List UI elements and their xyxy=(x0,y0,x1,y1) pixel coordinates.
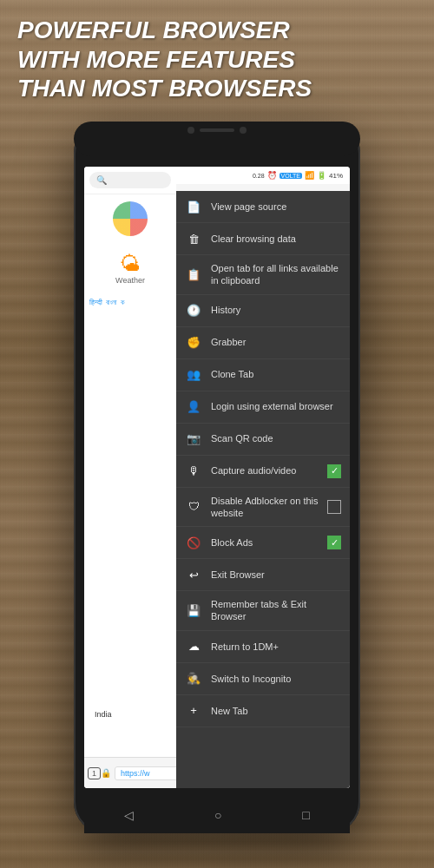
weather-label: Weather xyxy=(115,276,145,285)
phone-top-bar xyxy=(74,122,360,139)
other-link[interactable]: ক xyxy=(121,299,125,307)
data-speed-icon: 0.28 xyxy=(253,173,265,179)
android-home-btn[interactable]: ○ xyxy=(214,808,221,822)
battery-icon: 🔋 xyxy=(317,171,326,180)
menu-icon-exit-browser: ↩ xyxy=(185,566,202,583)
menu-item-grabber[interactable]: ✊Grabber xyxy=(176,327,350,359)
bangla-link[interactable]: বাংলা xyxy=(106,299,117,307)
tab-count-badge[interactable]: 1 xyxy=(88,767,101,779)
phone-screen: 8:56 0.28 ⏰ VOLTE 📶 🔋 41% ☰ ALL IMAG 🔍 xyxy=(84,167,350,788)
menu-checkbox-disable-adblocker[interactable] xyxy=(327,500,341,514)
menu-icon-remember-tabs: 💾 xyxy=(185,602,202,619)
menu-label-disable-adblocker: Disable Adblocker on this website xyxy=(211,495,319,520)
menu-label-switch-incognito: Switch to Incognito xyxy=(211,673,341,685)
alarm-icon: ⏰ xyxy=(267,171,277,180)
menu-icon-return-1dm: ☁ xyxy=(185,638,202,655)
search-icon: 🔍 xyxy=(96,175,107,185)
menu-label-clone-tab: Clone Tab xyxy=(211,368,341,380)
menu-icon-clipboard-tabs: 📋 xyxy=(185,266,202,283)
menu-item-clear-data[interactable]: 🗑Clear browsing data xyxy=(176,223,350,255)
menu-item-clone-tab[interactable]: 👥Clone Tab xyxy=(176,359,350,391)
menu-item-disable-adblocker[interactable]: 🛡Disable Adblocker on this website xyxy=(176,488,350,528)
menu-label-external-browser: Login using external browser xyxy=(211,400,341,412)
url-text: https://w xyxy=(121,769,150,778)
menu-label-exit-browser: Exit Browser xyxy=(211,569,341,581)
menu-icon-capture-audio: 🎙 xyxy=(185,463,202,480)
google-logo xyxy=(113,201,148,236)
menu-item-new-tab[interactable]: +New Tab xyxy=(176,695,350,727)
menu-icon-disable-adblocker: 🛡 xyxy=(185,498,202,516)
menu-icon-clone-tab: 👥 xyxy=(185,366,202,384)
menu-icon-clear-data: 🗑 xyxy=(185,230,202,247)
menu-icon-grabber: ✊ xyxy=(185,334,202,352)
phone-camera xyxy=(187,127,194,134)
menu-checkbox-block-ads[interactable]: ✓ xyxy=(327,536,341,549)
menu-label-capture-audio: Capture audio/video xyxy=(211,464,319,477)
menu-label-clipboard-tabs: Open tab for all links available in clip… xyxy=(211,262,341,287)
menu-item-remember-tabs[interactable]: 💾Remember tabs & Exit Browser xyxy=(176,591,350,631)
menu-label-view-source: View page source xyxy=(211,201,341,213)
phone-frame: 8:56 0.28 ⏰ VOLTE 📶 🔋 41% ☰ ALL IMAG 🔍 xyxy=(74,122,360,833)
volte-badge: VOLTE xyxy=(279,173,302,179)
menu-item-return-1dm[interactable]: ☁Return to 1DM+ xyxy=(176,631,350,663)
wifi-icon: 📶 xyxy=(305,171,314,180)
menu-label-return-1dm: Return to 1DM+ xyxy=(211,641,341,653)
menu-label-block-ads: Block Ads xyxy=(211,536,319,549)
phone-bottom xyxy=(74,139,360,156)
menu-item-view-source[interactable]: 📄View page source xyxy=(176,191,350,223)
weather-widget: 🌤 Weather xyxy=(84,243,176,293)
lock-icon: 🔒 xyxy=(101,768,111,778)
menu-label-remember-tabs: Remember tabs & Exit Browser xyxy=(211,598,341,623)
hero-section: Powerful Browser with more features than… xyxy=(17,16,417,103)
menu-item-block-ads[interactable]: 🚫Block Ads✓ xyxy=(176,527,350,559)
android-back-btn[interactable]: ◁ xyxy=(124,808,134,822)
menu-icon-block-ads: 🚫 xyxy=(185,534,202,551)
phone-speaker xyxy=(200,128,234,132)
menu-icon-new-tab: + xyxy=(185,702,202,720)
menu-item-capture-audio[interactable]: 🎙Capture audio/video✓ xyxy=(176,456,350,488)
language-links: हिन्दी বাংলা ক xyxy=(84,293,176,312)
menu-label-clear-data: Clear browsing data xyxy=(211,233,341,245)
menu-icon-switch-incognito: 🕵 xyxy=(185,670,202,687)
search-area: 🔍 xyxy=(84,167,176,194)
menu-icon-view-source: 📄 xyxy=(185,198,202,215)
context-menu: 📄View page source🗑Clear browsing data📋Op… xyxy=(176,191,350,788)
menu-item-exit-browser[interactable]: ↩Exit Browser xyxy=(176,559,350,591)
menu-label-history: History xyxy=(211,304,341,316)
browser-left-panel: 🔍 🌤 Weather हिन्दी বাংলা ক xyxy=(84,167,176,788)
menu-icon-scan-qr: 📷 xyxy=(185,431,202,448)
weather-icon: 🌤 xyxy=(120,252,141,276)
search-box[interactable]: 🔍 xyxy=(89,172,171,188)
hero-line1: Powerful Browser xyxy=(17,16,290,43)
menu-checkbox-capture-audio[interactable]: ✓ xyxy=(327,464,341,478)
hero-line3: than most browsers xyxy=(17,75,312,102)
menu-item-history[interactable]: 🕐History xyxy=(176,295,350,327)
menu-label-grabber: Grabber xyxy=(211,336,341,348)
menu-item-clipboard-tabs[interactable]: 📋Open tab for all links available in cli… xyxy=(176,255,350,295)
menu-item-scan-qr[interactable]: 📷Scan QR code xyxy=(176,424,350,456)
phone-camera2 xyxy=(240,127,247,134)
android-recent-btn[interactable]: □ xyxy=(302,808,309,822)
hero-line2: with more features xyxy=(17,46,295,73)
google-logo-area xyxy=(84,194,176,243)
status-icons: 0.28 ⏰ VOLTE 📶 🔋 41% xyxy=(253,171,343,180)
hindi-link[interactable]: हिन्दी xyxy=(89,299,102,307)
india-text: India xyxy=(95,710,112,719)
menu-item-external-browser[interactable]: 👤Login using external browser xyxy=(176,391,350,424)
menu-label-scan-qr: Scan QR code xyxy=(211,432,341,444)
menu-label-new-tab: New Tab xyxy=(211,705,341,717)
menu-icon-external-browser: 👤 xyxy=(185,398,202,416)
android-nav-bar: ◁ ○ □ xyxy=(84,797,350,833)
battery-percent: 41% xyxy=(329,172,343,180)
menu-icon-history: 🕐 xyxy=(185,302,202,319)
menu-item-switch-incognito[interactable]: 🕵Switch to Incognito xyxy=(176,663,350,695)
